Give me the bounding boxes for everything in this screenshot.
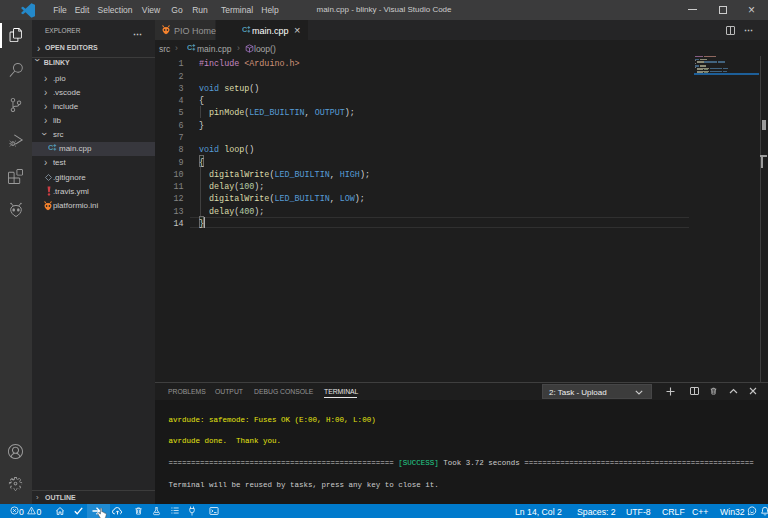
svg-text:C: C (187, 43, 193, 52)
svg-text:C: C (242, 25, 248, 34)
svg-text:C: C (48, 143, 54, 152)
